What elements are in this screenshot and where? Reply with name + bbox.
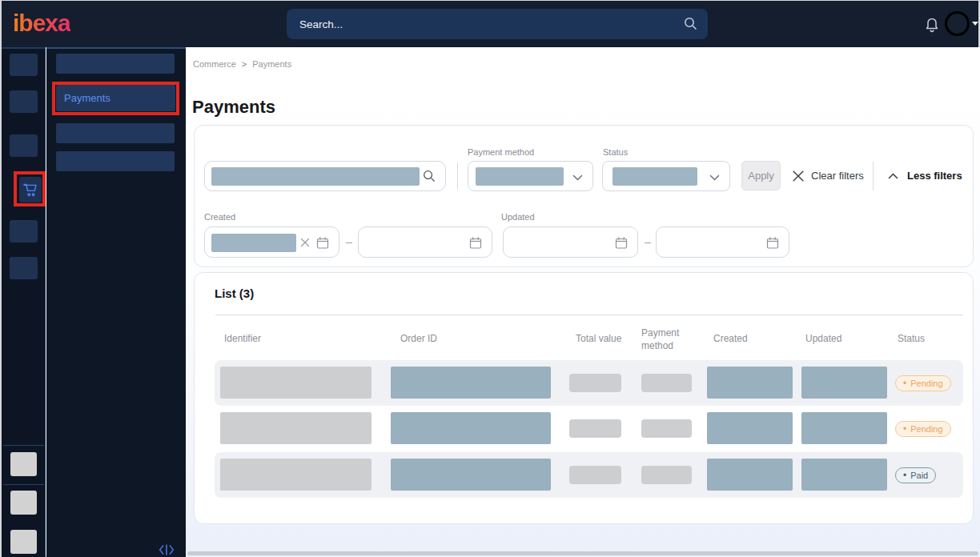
payment-row[interactable]: •Pending bbox=[215, 406, 963, 452]
menu-item-bottom-2[interactable] bbox=[10, 491, 37, 515]
menu-item-bottom-3[interactable] bbox=[10, 530, 37, 554]
column-header-payment-method: Payment method bbox=[641, 327, 683, 352]
horizontal-scrollbar[interactable] bbox=[187, 551, 978, 555]
created-from-input[interactable] bbox=[204, 226, 339, 258]
main-content: Commerce>Payments Payments Payment metho… bbox=[186, 47, 980, 557]
sidebar-item-payments[interactable]: Payments bbox=[56, 85, 175, 111]
date-range-dash: – bbox=[645, 235, 651, 248]
main-menu-rail bbox=[2, 47, 46, 557]
menu-item-bottom-1[interactable] bbox=[10, 452, 37, 476]
status-select[interactable] bbox=[602, 161, 730, 191]
page-title: Payments bbox=[192, 97, 275, 118]
clear-date-icon[interactable] bbox=[300, 238, 310, 247]
filter-search-input[interactable] bbox=[204, 161, 446, 191]
redacted-order-id bbox=[391, 367, 551, 399]
updated-from-input[interactable] bbox=[503, 226, 638, 258]
resize-panel-icon bbox=[159, 544, 175, 555]
cart-icon bbox=[22, 182, 39, 198]
less-filters-toggle[interactable]: Less filters bbox=[888, 161, 962, 190]
redacted-created bbox=[707, 367, 793, 399]
created-to-input[interactable] bbox=[358, 226, 492, 258]
sidebar-item-4[interactable] bbox=[56, 151, 175, 171]
filters-panel: Payment method Status Apply Clear filter… bbox=[194, 125, 974, 267]
rail-divider bbox=[3, 445, 44, 446]
date-range-dash: – bbox=[346, 235, 352, 248]
redacted-order-id bbox=[391, 412, 551, 444]
less-filters-label: Less filters bbox=[907, 170, 962, 182]
breadcrumb-payments[interactable]: Payments bbox=[252, 59, 291, 69]
badge-label: Paid bbox=[910, 471, 928, 480]
redacted-updated bbox=[801, 459, 887, 491]
redacted-search-value bbox=[211, 167, 420, 186]
search-icon bbox=[423, 170, 436, 182]
breadcrumb: Commerce>Payments bbox=[193, 59, 291, 69]
redacted-created bbox=[707, 459, 793, 491]
filter-divider bbox=[457, 162, 458, 190]
user-avatar[interactable] bbox=[945, 11, 970, 36]
clear-filters-button[interactable]: Clear filters bbox=[793, 161, 864, 190]
calendar-icon[interactable] bbox=[316, 236, 329, 250]
status-badge: •Paid bbox=[895, 467, 936, 483]
app-window: ibexa Payments bbox=[0, 0, 980, 557]
menu-item-2[interactable] bbox=[10, 90, 38, 113]
badge-label: Pending bbox=[910, 379, 942, 388]
apply-button[interactable]: Apply bbox=[741, 161, 781, 190]
redacted-payment-method bbox=[641, 466, 692, 484]
top-bar: ibexa bbox=[2, 1, 978, 47]
clear-filters-label: Clear filters bbox=[811, 170, 864, 182]
ibexa-logo[interactable]: ibexa bbox=[13, 10, 70, 37]
redacted-payment-method bbox=[641, 419, 692, 438]
column-header-created: Created bbox=[713, 333, 748, 344]
redacted-created bbox=[707, 412, 793, 444]
sidebar-collapse-handle[interactable] bbox=[159, 544, 175, 557]
redacted-created-from-value bbox=[211, 234, 296, 252]
column-header-order-id: Order ID bbox=[400, 333, 437, 344]
calendar-icon[interactable] bbox=[766, 236, 779, 250]
menu-item-6[interactable] bbox=[10, 257, 38, 279]
payment-method-select[interactable] bbox=[468, 161, 593, 191]
breadcrumb-separator: > bbox=[242, 59, 247, 69]
badge-dot: • bbox=[903, 379, 906, 388]
menu-item-commerce[interactable] bbox=[19, 177, 42, 202]
close-icon bbox=[793, 170, 804, 182]
status-label: Status bbox=[603, 147, 628, 157]
menu-item-5[interactable] bbox=[10, 220, 38, 242]
updated-to-input[interactable] bbox=[656, 226, 789, 258]
status-badge: •Pending bbox=[895, 421, 951, 437]
menu-item-3[interactable] bbox=[10, 134, 38, 157]
filter-divider bbox=[873, 162, 874, 190]
chevron-down-icon bbox=[709, 174, 720, 181]
calendar-icon[interactable] bbox=[469, 236, 482, 250]
list-divider bbox=[215, 315, 963, 315]
sidebar-item-3[interactable] bbox=[56, 123, 175, 143]
redacted-identifier bbox=[220, 367, 372, 399]
redacted-total-value bbox=[569, 466, 621, 484]
notifications-button[interactable] bbox=[924, 15, 942, 34]
redacted-status-value bbox=[612, 167, 697, 186]
updated-label: Updated bbox=[501, 212, 535, 222]
badge-dot: • bbox=[903, 424, 906, 434]
payment-row[interactable]: •Paid bbox=[215, 452, 963, 498]
created-label: Created bbox=[204, 212, 235, 222]
column-header-updated: Updated bbox=[805, 333, 841, 344]
payment-row[interactable]: •Pending bbox=[215, 360, 963, 406]
redacted-updated bbox=[801, 367, 887, 399]
user-menu-caret-icon[interactable] bbox=[972, 22, 978, 26]
redacted-payment-method-value bbox=[476, 167, 564, 186]
redacted-updated bbox=[801, 412, 887, 444]
chevron-down-icon bbox=[572, 174, 583, 181]
secondary-sidebar: Payments bbox=[46, 47, 186, 557]
breadcrumb-commerce[interactable]: Commerce bbox=[193, 59, 236, 69]
payments-list-panel: List (3) Identifier Order ID Total value… bbox=[194, 272, 974, 524]
global-search-input[interactable] bbox=[299, 9, 668, 39]
column-header-status: Status bbox=[898, 333, 925, 344]
menu-item-1[interactable] bbox=[10, 54, 38, 76]
redacted-identifier bbox=[220, 459, 372, 491]
sidebar-item-1[interactable] bbox=[56, 54, 175, 74]
global-search[interactable] bbox=[287, 9, 708, 39]
column-header-identifier: Identifier bbox=[224, 333, 261, 344]
calendar-icon[interactable] bbox=[615, 236, 628, 250]
search-icon bbox=[684, 17, 697, 30]
badge-label: Pending bbox=[910, 424, 942, 434]
redacted-total-value bbox=[569, 419, 621, 438]
